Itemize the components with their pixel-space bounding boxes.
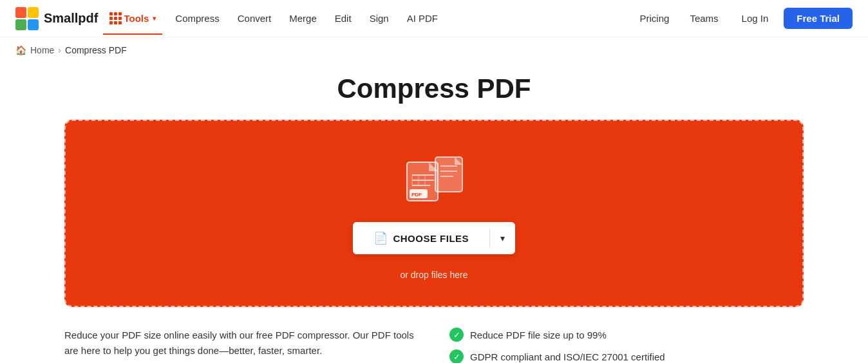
features-list: ✓ Reduce PDF file size up to 99% ✓ GDPR … <box>449 328 804 363</box>
svg-rect-3 <box>28 19 39 30</box>
home-icon: 🏠 <box>15 45 26 55</box>
main-nav: Compress Convert Merge Edit Sign AI PDF <box>167 9 446 28</box>
feature-item-1: ✓ Reduce PDF file size up to 99% <box>449 328 804 342</box>
nav-convert[interactable]: Convert <box>230 9 279 28</box>
description-paragraph: Reduce your PDF size online easily with … <box>64 328 419 358</box>
svg-text:PDF: PDF <box>411 192 422 198</box>
login-button[interactable]: Log In <box>731 9 779 28</box>
nav-compress[interactable]: Compress <box>167 9 227 28</box>
tools-label: Tools <box>124 13 149 24</box>
header: Smallpdf Tools ▾ Compress Convert Merge … <box>0 0 868 37</box>
choose-files-label: CHOOSE FILES <box>393 233 469 244</box>
svg-rect-1 <box>28 7 39 18</box>
pdf-illustration: PDF <box>402 152 466 207</box>
nav-sign[interactable]: Sign <box>362 9 397 28</box>
feature-label-2: GDPR compliant and ISO/IEC 27001 certifi… <box>470 351 665 362</box>
description-text: Reduce your PDF size online easily with … <box>64 328 419 363</box>
nav-pricing[interactable]: Pricing <box>632 9 677 28</box>
check-icon-2: ✓ <box>449 349 464 363</box>
nav-edit[interactable]: Edit <box>327 9 359 28</box>
breadcrumb-home-link[interactable]: Home <box>30 45 54 55</box>
choose-files-dropdown-button[interactable]: ▾ <box>490 224 515 252</box>
logo-link[interactable]: Smallpdf <box>15 7 98 30</box>
bottom-info: Reduce your PDF size online easily with … <box>0 328 868 363</box>
nav-ai-pdf[interactable]: AI PDF <box>399 9 446 28</box>
feature-item-2: ✓ GDPR compliant and ISO/IEC 27001 certi… <box>449 349 804 363</box>
drop-zone[interactable]: PDF 📄 CHOOSE FILES ▾ or drop files here <box>64 120 804 307</box>
nav-right: Pricing Teams Log In Free Trial <box>632 8 853 29</box>
nav-merge[interactable]: Merge <box>281 9 325 28</box>
choose-files-container: 📄 CHOOSE FILES ▾ <box>353 222 515 254</box>
chevron-down-icon: ▾ <box>153 15 156 22</box>
free-trial-button[interactable]: Free Trial <box>784 8 853 29</box>
drop-text: or drop files here <box>400 270 467 280</box>
logo-text: Smallpdf <box>44 11 98 26</box>
breadcrumb: 🏠 Home › Compress PDF <box>0 37 868 63</box>
svg-rect-2 <box>15 19 26 30</box>
breadcrumb-separator: › <box>58 45 61 55</box>
grid-icon <box>109 12 120 24</box>
chevron-down-icon: ▾ <box>500 233 505 243</box>
smallpdf-logo-icon <box>15 7 39 30</box>
feature-label-1: Reduce PDF file size up to 99% <box>470 330 607 340</box>
nav-teams[interactable]: Teams <box>682 9 726 28</box>
choose-files-button[interactable]: 📄 CHOOSE FILES <box>353 222 489 254</box>
svg-rect-0 <box>15 7 26 18</box>
check-icon-1: ✓ <box>449 328 464 342</box>
page-title: Compress PDF <box>0 73 868 104</box>
breadcrumb-current: Compress PDF <box>65 45 127 55</box>
tools-menu-button[interactable]: Tools ▾ <box>103 8 162 28</box>
file-icon: 📄 <box>373 231 388 245</box>
